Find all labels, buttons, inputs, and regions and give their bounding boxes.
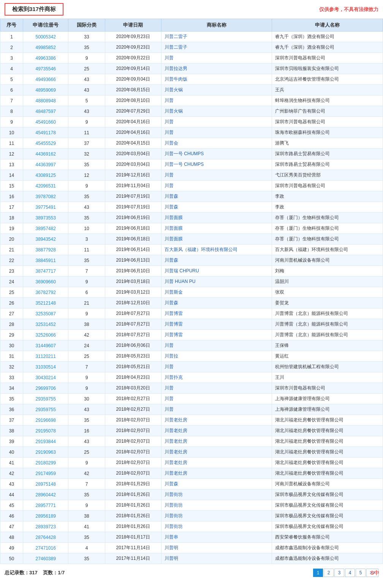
reg-no-link[interactable]: 43089125: [23, 170, 68, 181]
table-cell: 2018年04月23日: [105, 372, 161, 383]
reg-no-link[interactable]: 45491660: [23, 117, 68, 127]
table-cell: 27: [0, 308, 23, 319]
reg-no-link[interactable]: 36909660: [23, 277, 68, 287]
table-row: 333043021492018年04月23日川普扑克王川: [0, 372, 383, 383]
reg-no-link[interactable]: 29699706: [23, 383, 68, 394]
table-cell: 30: [68, 394, 105, 404]
reg-no-link[interactable]: 44369162: [23, 149, 68, 159]
table-cell: 23: [0, 266, 23, 277]
applicant-cell: 睿九千（深圳）酒业有限公司: [272, 32, 383, 42]
table-cell: 2019年07月19日: [105, 191, 161, 202]
reg-no-link[interactable]: 48808948: [23, 95, 68, 106]
disclaimer: 仅供参考，不具有法律效力: [319, 6, 378, 13]
reg-no-link[interactable]: 28957771: [23, 500, 68, 511]
reg-no-link[interactable]: 28975148: [23, 479, 68, 489]
reg-no-link[interactable]: 49493666: [23, 74, 68, 85]
table-cell: 7: [68, 479, 105, 489]
table-cell: 19: [0, 223, 23, 234]
applicant-cell: 珠海市欧丽森科技有限公司: [272, 127, 383, 138]
table-row: 1639787082352019年07月19日川普森李政: [0, 191, 383, 202]
reg-no-link[interactable]: 28960442: [23, 489, 68, 500]
reg-no-link[interactable]: 38877928: [23, 245, 68, 255]
reg-no-link[interactable]: 49963386: [23, 53, 68, 64]
applicant-cell: 存菩（厦门）生物科技有限公司: [272, 223, 383, 234]
reg-no-link[interactable]: 29359755: [23, 394, 68, 404]
reg-no-link[interactable]: 50005342: [23, 32, 68, 42]
reg-no-link[interactable]: 48959069: [23, 85, 68, 95]
reg-no-link[interactable]: 28956189: [23, 511, 68, 521]
reg-no-link[interactable]: 38845911: [23, 255, 68, 266]
page-btn-1[interactable]: 1: [313, 569, 323, 577]
reg-no-link[interactable]: 48487597: [23, 106, 68, 117]
reg-no-link[interactable]: 42096531: [23, 181, 68, 191]
table-cell: 35: [68, 191, 105, 202]
reg-no-link[interactable]: 38957482: [23, 223, 68, 234]
watermark: S中: [370, 570, 379, 577]
trademark-name-cell: 川普: [161, 383, 272, 394]
trademark-name-cell: 川普牛肉饭: [161, 74, 272, 85]
trademark-name-cell: 川普森: [161, 202, 272, 213]
table-cell: 17: [0, 202, 23, 213]
table-row: 3629359755432018年02月27日川普上海禅源健康管理有限公司: [0, 404, 383, 415]
reg-no-link[interactable]: 36782792: [23, 287, 68, 298]
total-value: 317: [29, 570, 38, 575]
reg-no-link[interactable]: 38973553: [23, 213, 68, 223]
page-btn-5[interactable]: 5: [356, 569, 366, 577]
reg-no-link[interactable]: 30430214: [23, 372, 68, 383]
reg-no-link[interactable]: 29174959: [23, 468, 68, 479]
table-row: 3529359755302018年02月27日川普上海禅源健康管理有限公司: [0, 394, 383, 404]
reg-no-link[interactable]: 45455529: [23, 138, 68, 149]
reg-no-link[interactable]: 39787082: [23, 191, 68, 202]
reg-no-link[interactable]: 38747717: [23, 266, 68, 277]
table-cell: 16: [0, 191, 23, 202]
table-row: 273253508792018年07月27日川普博雷川普博雷（北京）能源科技有限…: [0, 308, 383, 319]
reg-no-link[interactable]: 45491178: [23, 127, 68, 138]
applicant-cell: 刘梅: [272, 266, 383, 277]
table-cell: 35: [68, 415, 105, 426]
reg-no-link[interactable]: 29359755: [23, 404, 68, 415]
table-cell: 2019年11月04日: [105, 181, 161, 191]
reg-no-link[interactable]: 31120211: [23, 351, 68, 362]
reg-no-link[interactable]: 29196698: [23, 415, 68, 426]
reg-no-link[interactable]: 32531452: [23, 319, 68, 330]
applicant-cell: 深圳市川普电器有限公司: [272, 383, 383, 394]
reg-no-link[interactable]: 32526066: [23, 330, 68, 340]
table-cell: 2020年09月04日: [105, 74, 161, 85]
reg-no-link[interactable]: 27460389: [23, 553, 68, 564]
reg-no-link[interactable]: 44363997: [23, 159, 68, 170]
reg-no-link[interactable]: 31030514: [23, 362, 68, 372]
reg-no-link[interactable]: 28764428: [23, 532, 68, 543]
reg-no-link[interactable]: 38943542: [23, 234, 68, 245]
table-cell: 2018年02月27日: [105, 394, 161, 404]
reg-no-link[interactable]: 29195078: [23, 426, 68, 436]
table-cell: 9: [68, 383, 105, 394]
reg-no-link[interactable]: 49735546: [23, 64, 68, 74]
applicant-cell: 睿九千（深圳）酒业有限公司: [272, 42, 383, 53]
reg-no-link[interactable]: 29193844: [23, 436, 68, 447]
trademark-name-cell: 川普二雷子: [161, 32, 272, 42]
applicant-cell: 北京鸿运吉祥餐饮管理有限公司: [272, 74, 383, 85]
table-cell: 29: [0, 330, 23, 340]
table-cell: 9: [68, 53, 105, 64]
reg-no-link[interactable]: 39775491: [23, 202, 68, 213]
page-btn-4[interactable]: 4: [345, 569, 355, 577]
total-label: 总记录数：: [5, 570, 29, 575]
table-cell: 2020年04月16日: [105, 117, 161, 127]
reg-no-link[interactable]: 35212148: [23, 298, 68, 308]
trademark-table: 序号 申请/注册号 国际分类 申请日期 商标名称 申请人名称 150005342…: [0, 19, 383, 564]
table-cell: 5: [0, 74, 23, 85]
page-btn-2[interactable]: 2: [324, 569, 334, 577]
reg-no-link[interactable]: 28939723: [23, 521, 68, 532]
page-btn-3[interactable]: 3: [334, 569, 344, 577]
reg-no-link[interactable]: 29190963: [23, 447, 68, 458]
reg-no-link[interactable]: 32535087: [23, 308, 68, 319]
table-cell: 20: [0, 234, 23, 245]
reg-no-link[interactable]: 27471016: [23, 543, 68, 553]
table-cell: 9: [68, 372, 105, 383]
table-row: 2138877928112019年06月14日百大新风（福建）环境科技有限公司百…: [0, 245, 383, 255]
trademark-name-cell: 川普: [161, 127, 272, 138]
reg-no-link[interactable]: 49985852: [23, 42, 68, 53]
reg-no-link[interactable]: 31449607: [23, 340, 68, 351]
reg-no-link[interactable]: 29180299: [23, 458, 68, 468]
table-cell: 9: [68, 500, 105, 511]
